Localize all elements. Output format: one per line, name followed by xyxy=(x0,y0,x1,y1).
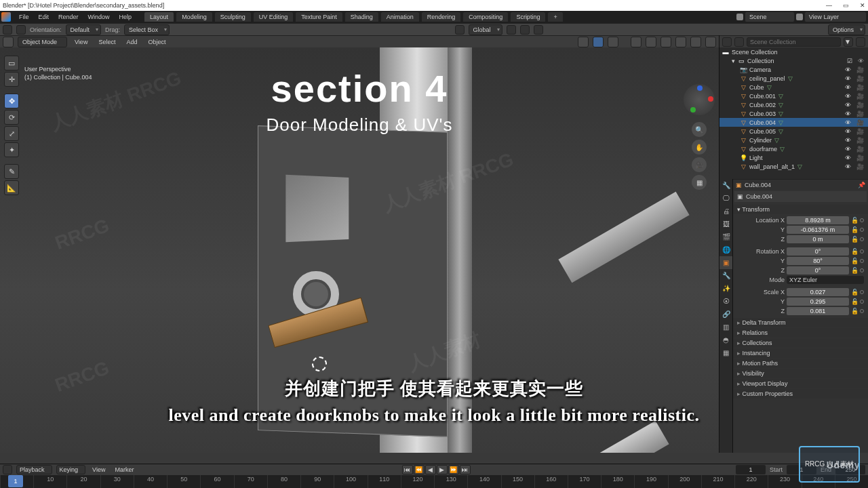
outliner-item[interactable]: 📷Camera👁🎥 xyxy=(719,65,868,74)
eye-icon[interactable]: 👁 xyxy=(845,93,851,100)
tool-header-cursor-icon[interactable] xyxy=(16,25,26,35)
rot-mode-select[interactable]: XYZ Euler xyxy=(787,276,864,284)
outliner-new-col-icon[interactable] xyxy=(856,37,865,47)
tab-uv[interactable]: UV Editing xyxy=(254,12,294,22)
object-name-field[interactable]: ▣Cube.004 xyxy=(734,191,867,202)
keyframe-dot-icon[interactable] xyxy=(860,218,864,222)
tab-output-icon[interactable]: 🖨 xyxy=(719,205,732,218)
shading-rendered-icon[interactable] xyxy=(690,37,701,47)
disable-render-icon[interactable]: 🎥 xyxy=(856,84,864,91)
tab-scripting[interactable]: Scripting xyxy=(511,12,545,22)
key-next-icon[interactable]: ⏩ xyxy=(448,465,459,474)
editor-type-icon[interactable] xyxy=(3,37,14,47)
eye-icon[interactable]: 👁 xyxy=(845,102,851,108)
eye-icon[interactable]: 👁 xyxy=(845,119,851,126)
tab-object-icon[interactable]: ▣ xyxy=(719,256,732,269)
axis-z-icon[interactable] xyxy=(697,85,703,91)
menu-add[interactable]: Add xyxy=(123,37,140,47)
outliner-item[interactable]: ▽Cube ▽👁🎥 xyxy=(719,83,868,92)
orientation-global-icon[interactable] xyxy=(455,25,465,35)
eye-icon[interactable]: 👁 xyxy=(845,84,851,91)
tl-menu-marker[interactable]: Marker xyxy=(112,466,136,474)
tl-menu-view[interactable]: View xyxy=(90,466,108,474)
snap-icon[interactable] xyxy=(507,25,516,35)
window-max[interactable]: ▭ xyxy=(843,2,849,9)
shading-solid-icon[interactable] xyxy=(660,37,671,47)
play-rev-icon[interactable]: ◀ xyxy=(425,465,436,474)
disable-render-icon[interactable]: 🎥 xyxy=(856,146,864,152)
disable-render-icon[interactable]: 🎥 xyxy=(856,128,864,135)
playback-menu[interactable]: Playback xyxy=(16,465,52,474)
rot-x-input[interactable]: 0° xyxy=(787,247,849,256)
window-close[interactable]: ✕ xyxy=(860,2,865,9)
tab-data-icon[interactable]: ▥ xyxy=(719,321,732,333)
outliner-item[interactable]: ▽doorframe ▽👁🎥 xyxy=(719,144,868,153)
timeline-editor-icon[interactable] xyxy=(3,465,12,474)
loc-y-input[interactable]: -0.061376 m xyxy=(787,226,849,234)
disable-render-icon[interactable]: 🎥 xyxy=(856,93,864,100)
gizmo-icon[interactable] xyxy=(593,37,604,47)
menu-view[interactable]: View xyxy=(71,37,91,47)
eye-icon[interactable]: 👁 xyxy=(845,66,851,73)
axis-x-icon[interactable] xyxy=(708,96,713,102)
eye-icon[interactable]: 👁 xyxy=(845,163,851,170)
outliner-scene-collection[interactable]: ▬Scene Collection xyxy=(719,47,868,56)
disable-render-icon[interactable]: 🎥 xyxy=(856,155,864,161)
tab-physics-icon[interactable]: ⦿ xyxy=(719,295,732,308)
axis-y-icon[interactable] xyxy=(690,107,696,113)
orientation-select[interactable]: Default xyxy=(66,24,102,35)
transform-header[interactable]: ▾ Transform xyxy=(733,205,868,214)
tab-world-icon[interactable]: 🌐 xyxy=(719,243,732,256)
tab-modeling[interactable]: Modeling xyxy=(176,12,212,22)
eye-icon[interactable]: 👁 xyxy=(845,128,851,135)
disable-render-icon[interactable]: 🎥 xyxy=(856,66,864,73)
select-visibility-icon[interactable] xyxy=(578,37,589,47)
tab-add[interactable]: + xyxy=(548,12,562,22)
tab-layout[interactable]: Layout xyxy=(144,12,174,22)
disable-render-icon[interactable]: 🎥 xyxy=(856,75,864,82)
tab-viewlayer-icon[interactable]: 🖼 xyxy=(719,218,732,230)
outliner-filter-icon[interactable]: ▼ xyxy=(844,37,853,47)
options-menu[interactable]: Options xyxy=(828,24,865,35)
drag-select[interactable]: Select Box xyxy=(124,24,170,35)
current-frame-input[interactable]: 1 xyxy=(736,465,766,474)
perspective-toggle-icon[interactable]: ▦ xyxy=(692,175,707,190)
disable-render-icon[interactable]: 🎥 xyxy=(856,163,864,170)
menu-file[interactable]: File xyxy=(15,12,33,22)
move-tool[interactable]: ✥ xyxy=(4,94,19,108)
scale-tool[interactable]: ⤢ xyxy=(4,126,19,141)
lock-icon[interactable]: 🔓 xyxy=(851,217,856,224)
outliner-collection[interactable]: ▾ ▭ Collection ☑ 👁 xyxy=(719,56,868,65)
nav-gizmo[interactable] xyxy=(684,84,715,115)
loc-x-input[interactable]: 8.8928 m xyxy=(787,216,849,224)
eye-icon[interactable]: 👁 xyxy=(845,137,851,144)
eye-icon[interactable]: 👁 xyxy=(845,155,851,161)
tab-compositing[interactable]: Compositing xyxy=(463,12,508,22)
tab-constraints-icon[interactable]: 🔗 xyxy=(719,308,732,321)
tab-tool-icon[interactable]: 🔧 xyxy=(719,179,732,192)
outliner-item[interactable]: ▽Cube.002 ▽👁🎥 xyxy=(719,100,868,109)
tab-particles-icon[interactable]: ✨ xyxy=(719,282,732,295)
collection-toggle-checkbox[interactable]: ☑ xyxy=(847,58,852,64)
outliner-display-icon[interactable] xyxy=(734,37,744,47)
tab-texture[interactable]: Texture Paint xyxy=(296,12,342,22)
transform-tool[interactable]: ✦ xyxy=(4,142,19,157)
xray-icon[interactable] xyxy=(631,37,642,47)
pin-icon[interactable]: 📌 xyxy=(858,182,865,188)
disable-render-icon[interactable]: 🎥 xyxy=(856,102,864,108)
cursor-tool[interactable]: ✛ xyxy=(4,72,19,87)
tool-header-icon[interactable] xyxy=(3,25,12,35)
menu-select[interactable]: Select xyxy=(95,37,119,47)
tab-rendering[interactable]: Rendering xyxy=(422,12,461,22)
outliner-item[interactable]: ▽Cube.003 ▽👁🎥 xyxy=(719,109,868,118)
scale-y-input[interactable]: 0.295 xyxy=(787,298,849,306)
scale-z-input[interactable]: 0.081 xyxy=(787,307,849,315)
disable-render-icon[interactable]: 🎥 xyxy=(856,110,864,117)
shading-options-icon[interactable] xyxy=(705,37,716,47)
rot-y-input[interactable]: 80° xyxy=(787,257,849,265)
zoom-icon[interactable]: 🔍 xyxy=(692,122,707,137)
eye-icon[interactable]: 👁 xyxy=(845,75,851,82)
outliner-item[interactable]: ▽Cube.001 ▽👁🎥 xyxy=(719,92,868,100)
proportional-edit-icon[interactable] xyxy=(534,25,543,35)
menu-window[interactable]: Window xyxy=(84,12,114,22)
